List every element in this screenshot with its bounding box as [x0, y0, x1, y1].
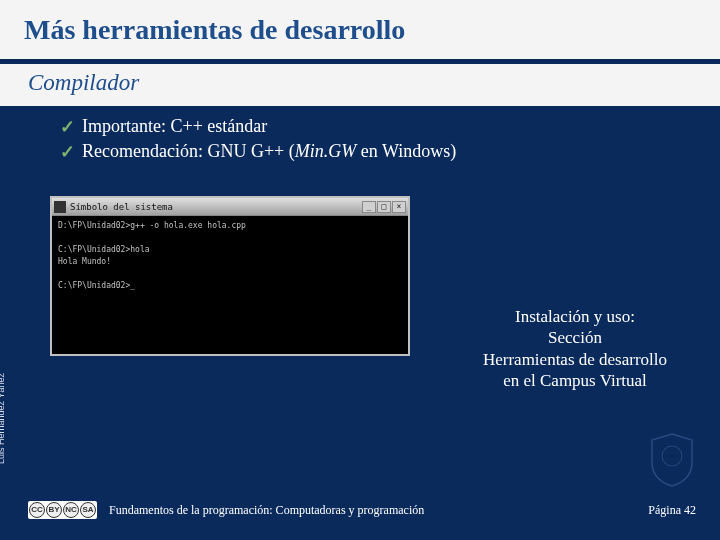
bullet-suffix: en Windows)	[356, 141, 456, 161]
bullet-prefix: Recomendación: GNU G++ (	[82, 141, 295, 161]
cmd-icon	[54, 201, 66, 213]
cc-badge: NC	[63, 502, 79, 518]
maximize-icon: □	[377, 201, 391, 213]
close-icon: ×	[392, 201, 406, 213]
slide-title: Más herramientas de desarrollo	[24, 14, 696, 46]
cc-badge: CC	[29, 502, 45, 518]
slide-header: Más herramientas de desarrollo	[0, 0, 720, 62]
page-number: Página 42	[648, 503, 696, 518]
slide-body: Importante: C++ estándar Recomendación: …	[0, 106, 720, 524]
subtitle-bar: Compilador	[0, 62, 720, 106]
minimize-icon: _	[362, 201, 376, 213]
console-title: Símbolo del sistema	[70, 202, 362, 212]
note-line: Herramientas de desarrollo	[460, 349, 690, 370]
bullet-list: Importante: C++ estándar Recomendación: …	[0, 106, 720, 162]
cc-license-icon: CC BY NC SA	[28, 501, 97, 519]
note-line: en el Campus Virtual	[460, 370, 690, 391]
svg-point-0	[662, 446, 682, 466]
note-line: Sección	[460, 327, 690, 348]
university-crest-icon	[648, 432, 696, 488]
bullet-italic: Min.GW	[295, 141, 357, 161]
author-credit: Luis Hernández Yáñez	[0, 373, 6, 464]
cc-badge: SA	[80, 502, 96, 518]
bullet-text: Importante: C++ estándar	[82, 116, 267, 136]
window-buttons: _ □ ×	[362, 201, 406, 213]
slide-footer: CC BY NC SA Fundamentos de la programaci…	[0, 496, 720, 524]
bullet-item: Recomendación: GNU G++ (Min.GW en Window…	[60, 141, 690, 162]
footer-text: Fundamentos de la programación: Computad…	[109, 503, 648, 518]
cc-badge: BY	[46, 502, 62, 518]
subtitle: Compilador	[28, 70, 696, 96]
side-note: Instalación y uso: Sección Herramientas …	[460, 306, 690, 391]
console-titlebar: Símbolo del sistema _ □ ×	[52, 198, 408, 216]
console-output: D:\FP\Unidad02>g++ -o hola.exe hola.cpp …	[52, 216, 408, 296]
bullet-item: Importante: C++ estándar	[60, 116, 690, 137]
console-screenshot: Símbolo del sistema _ □ × D:\FP\Unidad02…	[50, 196, 410, 356]
note-line: Instalación y uso:	[460, 306, 690, 327]
